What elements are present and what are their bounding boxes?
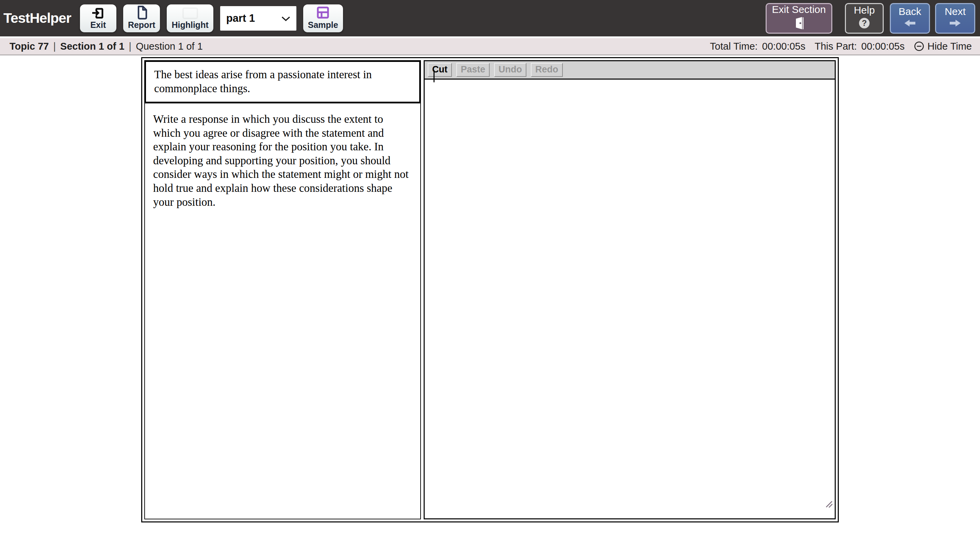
back-label: Back [899,6,921,17]
part-select[interactable]: part 1 [220,6,296,30]
separator: | [129,41,132,52]
exit-section-button[interactable]: Exit Section [765,3,832,34]
open-door-icon [793,16,805,32]
help-button[interactable]: Help ? [845,3,884,34]
text-caret [434,70,434,82]
question-circle-icon: ? [858,17,871,32]
hide-time-toggle[interactable]: Hide Time [914,41,972,52]
status-bar: Topic 77 | Section 1 of 1 | Question 1 o… [0,38,980,56]
hide-time-label: Hide Time [927,41,972,52]
back-button[interactable]: Back [890,3,930,34]
exit-button-label: Exit [90,21,106,30]
arrow-right-icon [948,18,962,30]
part-time-value: 00:00:05s [861,41,904,52]
prompt-panel: The best ideas arise from a passionate i… [144,60,421,519]
report-document-icon [134,5,149,20]
exit-icon [91,6,105,20]
essay-statement: The best ideas arise from a passionate i… [144,60,421,103]
essay-textarea[interactable] [425,79,835,518]
help-label: Help [854,5,875,16]
sample-layout-icon [315,5,331,20]
separator: | [53,41,56,52]
top-toolbar: TestHelper Exit Report Highlight part 1 [0,0,980,38]
editor-toolbar: Cut Paste Undo Redo [425,61,835,79]
sample-button[interactable]: Sample [303,5,343,32]
highlight-button[interactable]: Highlight [167,5,213,32]
report-button[interactable]: Report [123,5,160,32]
question-label: Question 1 of 1 [136,41,203,52]
next-label: Next [945,6,966,17]
highlighter-icon [182,6,198,20]
total-time-value: 00:00:05s [762,41,805,52]
highlight-button-label: Highlight [172,21,208,30]
undo-button[interactable]: Undo [494,63,527,77]
exit-section-label: Exit Section [772,4,826,15]
total-time-label: Total Time: [710,41,757,52]
resize-handle-icon[interactable] [825,500,833,508]
svg-text:?: ? [862,18,867,27]
section-label: Section 1 of 1 [60,41,124,52]
next-button[interactable]: Next [935,3,975,34]
app-logo: TestHelper [3,10,71,26]
part-time-label: This Part: [815,41,857,52]
minus-circle-icon [914,41,924,52]
timer-area: Total Time: 00:00:05s This Part: 00:00:0… [710,41,972,52]
sample-button-label: Sample [308,21,338,30]
exit-button[interactable]: Exit [80,5,116,32]
question-content-area: The best ideas arise from a passionate i… [141,57,839,522]
paste-button[interactable]: Paste [456,63,490,77]
essay-instructions: Write a response in which you discuss th… [145,103,420,218]
redo-button[interactable]: Redo [531,63,563,77]
nav-button-group: Exit Section Help ? Back [765,3,975,34]
cut-button[interactable]: Cut [428,63,452,77]
topic-label: Topic 77 [10,41,49,52]
breadcrumb: Topic 77 | Section 1 of 1 | Question 1 o… [10,41,203,52]
essay-editor-panel: Cut Paste Undo Redo [424,60,836,519]
report-button-label: Report [128,21,156,30]
part-select-wrap: part 1 [220,6,296,30]
arrow-left-icon [903,18,917,30]
